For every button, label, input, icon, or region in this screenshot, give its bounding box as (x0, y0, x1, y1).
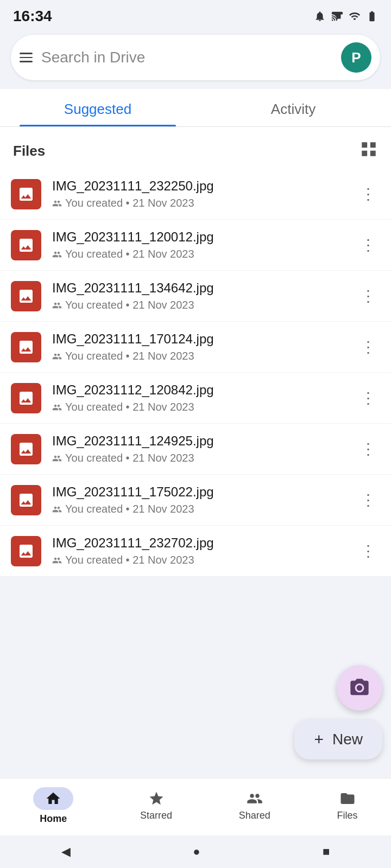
search-placeholder[interactable]: Search in Drive (41, 49, 332, 66)
search-bar[interactable]: Search in Drive P (11, 35, 380, 80)
nav-item-starred[interactable]: Starred (129, 788, 183, 824)
files-header: Files (0, 127, 391, 169)
file-info: IMG_20231112_120842.jpg You created • 21… (52, 382, 345, 413)
file-meta: You created • 21 Nov 2023 (52, 503, 345, 515)
notification-icon (314, 10, 326, 22)
nav-starred-label: Starred (140, 810, 172, 821)
battery-icon (366, 10, 378, 22)
nav-item-home[interactable]: Home (22, 785, 84, 827)
tab-suggested[interactable]: Suggested (0, 89, 195, 126)
back-button[interactable]: ◀ (61, 845, 71, 859)
file-meta-icon (52, 454, 62, 463)
file-info: IMG_20231111_232250.jpg You created • 21… (52, 178, 345, 209)
file-more-button[interactable]: ⋮ (356, 539, 380, 563)
file-meta: You created • 21 Nov 2023 (52, 401, 345, 413)
file-meta-icon (52, 352, 62, 361)
file-more-button[interactable]: ⋮ (356, 182, 380, 206)
system-nav-bar: ◀ ● ■ (0, 835, 391, 868)
file-list: IMG_20231111_232250.jpg You created • 21… (0, 169, 391, 577)
file-thumbnail (11, 383, 41, 413)
file-thumbnail (11, 485, 41, 515)
nav-files-label: Files (337, 810, 358, 821)
file-info: IMG_20231111_124925.jpg You created • 21… (52, 433, 345, 464)
file-meta: You created • 21 Nov 2023 (52, 299, 345, 311)
file-name: IMG_20231111_232702.jpg (52, 535, 345, 551)
file-meta-icon (52, 250, 62, 259)
nav-item-files[interactable]: Files (326, 788, 369, 824)
cast-icon (331, 10, 343, 22)
file-more-button[interactable]: ⋮ (356, 284, 380, 308)
camera-upload-button[interactable] (337, 665, 382, 711)
home-icon (45, 790, 61, 807)
file-meta-text: You created • 21 Nov 2023 (65, 299, 194, 311)
file-meta-text: You created • 21 Nov 2023 (65, 554, 194, 566)
file-meta-text: You created • 21 Nov 2023 (65, 197, 194, 209)
file-meta: You created • 21 Nov 2023 (52, 350, 345, 362)
recents-button[interactable]: ■ (323, 845, 330, 859)
file-name: IMG_20231112_120842.jpg (52, 382, 345, 398)
file-thumbnail (11, 179, 41, 209)
file-name: IMG_20231111_232250.jpg (52, 178, 345, 194)
people-icon (247, 790, 263, 807)
file-info: IMG_20231111_175022.jpg You created • 21… (52, 484, 345, 515)
file-item[interactable]: IMG_20231111_120012.jpg You created • 21… (0, 220, 391, 271)
tab-activity[interactable]: Activity (195, 89, 391, 126)
file-item[interactable]: IMG_20231111_232250.jpg You created • 21… (0, 169, 391, 220)
file-info: IMG_20231111_170124.jpg You created • 21… (52, 331, 345, 362)
hamburger-menu-button[interactable] (20, 53, 33, 62)
home-button[interactable]: ● (193, 845, 200, 859)
file-meta-text: You created • 21 Nov 2023 (65, 350, 194, 362)
file-meta-icon (52, 199, 62, 208)
file-name: IMG_20231111_120012.jpg (52, 229, 345, 245)
file-more-button[interactable]: ⋮ (356, 437, 380, 461)
file-meta-icon (52, 403, 62, 412)
fab-area: + New (294, 665, 382, 760)
file-name: IMG_20231111_170124.jpg (52, 331, 345, 347)
file-more-button[interactable]: ⋮ (356, 488, 380, 512)
plus-icon: + (314, 730, 324, 749)
camera-icon (349, 677, 370, 699)
file-meta-text: You created • 21 Nov 2023 (65, 503, 194, 515)
folder-icon (339, 790, 356, 807)
file-meta: You created • 21 Nov 2023 (52, 197, 345, 209)
tabs-bar: Suggested Activity (0, 89, 391, 127)
status-time: 16:34 (13, 8, 52, 25)
file-thumbnail (11, 230, 41, 260)
user-avatar[interactable]: P (341, 42, 371, 73)
file-thumbnail (11, 536, 41, 566)
file-more-button[interactable]: ⋮ (356, 335, 380, 359)
file-more-button[interactable]: ⋮ (356, 233, 380, 257)
file-meta-icon (52, 301, 62, 310)
file-item[interactable]: IMG_20231111_232702.jpg You created • 21… (0, 526, 391, 577)
file-meta-icon (52, 556, 62, 565)
nav-item-shared[interactable]: Shared (228, 788, 281, 824)
new-button[interactable]: + New (294, 719, 382, 760)
file-item[interactable]: IMG_20231111_124925.jpg You created • 21… (0, 424, 391, 475)
file-name: IMG_20231111_124925.jpg (52, 433, 345, 449)
file-name: IMG_20231111_134642.jpg (52, 280, 345, 296)
file-thumbnail (11, 434, 41, 464)
new-label: New (332, 731, 363, 748)
file-meta: You created • 21 Nov 2023 (52, 248, 345, 260)
file-info: IMG_20231111_232702.jpg You created • 21… (52, 535, 345, 566)
file-item[interactable]: IMG_20231111_134642.jpg You created • 21… (0, 271, 391, 322)
files-label: Files (13, 143, 45, 159)
file-meta: You created • 21 Nov 2023 (52, 554, 345, 566)
star-icon (148, 790, 165, 807)
file-item[interactable]: IMG_20231112_120842.jpg You created • 21… (0, 373, 391, 424)
nav-shared-label: Shared (239, 810, 270, 821)
file-item[interactable]: IMG_20231111_170124.jpg You created • 21… (0, 322, 391, 373)
file-meta-icon (52, 505, 62, 514)
file-info: IMG_20231111_120012.jpg You created • 21… (52, 229, 345, 260)
file-more-button[interactable]: ⋮ (356, 386, 380, 410)
status-icons (314, 10, 378, 22)
file-meta: You created • 21 Nov 2023 (52, 452, 345, 464)
files-section: Files IMG_20231111_232250.jpg You create… (0, 127, 391, 577)
file-meta-text: You created • 21 Nov 2023 (65, 452, 194, 464)
wifi-icon (349, 10, 361, 22)
grid-view-toggle[interactable] (360, 140, 378, 162)
status-bar: 16:34 (0, 0, 391, 30)
file-item[interactable]: IMG_20231111_175022.jpg You created • 21… (0, 475, 391, 526)
search-bar-container: Search in Drive P (0, 30, 391, 89)
file-name: IMG_20231111_175022.jpg (52, 484, 345, 500)
